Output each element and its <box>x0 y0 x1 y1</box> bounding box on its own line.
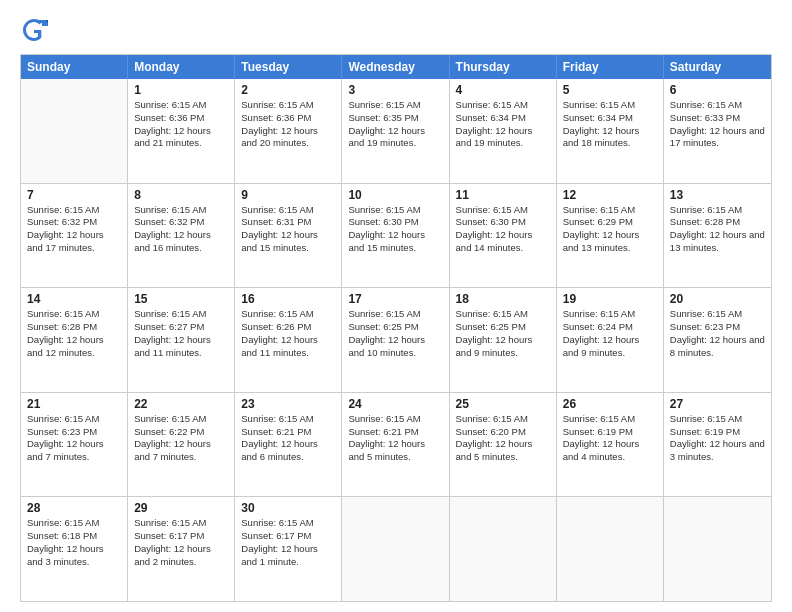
calendar-empty-cell <box>664 497 771 601</box>
calendar-day-13: 13Sunrise: 6:15 AM Sunset: 6:28 PM Dayli… <box>664 184 771 288</box>
day-number: 27 <box>670 397 765 411</box>
cell-info: Sunrise: 6:15 AM Sunset: 6:28 PM Dayligh… <box>27 308 121 359</box>
day-number: 15 <box>134 292 228 306</box>
calendar-empty-cell <box>342 497 449 601</box>
cell-info: Sunrise: 6:15 AM Sunset: 6:19 PM Dayligh… <box>670 413 765 464</box>
cell-info: Sunrise: 6:15 AM Sunset: 6:24 PM Dayligh… <box>563 308 657 359</box>
calendar-day-14: 14Sunrise: 6:15 AM Sunset: 6:28 PM Dayli… <box>21 288 128 392</box>
day-number: 23 <box>241 397 335 411</box>
day-number: 10 <box>348 188 442 202</box>
calendar-empty-cell <box>450 497 557 601</box>
day-number: 5 <box>563 83 657 97</box>
cell-info: Sunrise: 6:15 AM Sunset: 6:20 PM Dayligh… <box>456 413 550 464</box>
calendar-day-12: 12Sunrise: 6:15 AM Sunset: 6:29 PM Dayli… <box>557 184 664 288</box>
logo-icon <box>20 16 48 44</box>
calendar-day-21: 21Sunrise: 6:15 AM Sunset: 6:23 PM Dayli… <box>21 393 128 497</box>
calendar-header-friday: Friday <box>557 55 664 79</box>
calendar-week-4: 28Sunrise: 6:15 AM Sunset: 6:18 PM Dayli… <box>21 497 771 601</box>
calendar-week-1: 7Sunrise: 6:15 AM Sunset: 6:32 PM Daylig… <box>21 184 771 289</box>
calendar-day-18: 18Sunrise: 6:15 AM Sunset: 6:25 PM Dayli… <box>450 288 557 392</box>
logo <box>20 16 52 44</box>
day-number: 24 <box>348 397 442 411</box>
calendar-empty-cell <box>557 497 664 601</box>
day-number: 21 <box>27 397 121 411</box>
calendar-day-22: 22Sunrise: 6:15 AM Sunset: 6:22 PM Dayli… <box>128 393 235 497</box>
calendar-week-0: 1Sunrise: 6:15 AM Sunset: 6:36 PM Daylig… <box>21 79 771 184</box>
day-number: 30 <box>241 501 335 515</box>
calendar-day-9: 9Sunrise: 6:15 AM Sunset: 6:31 PM Daylig… <box>235 184 342 288</box>
cell-info: Sunrise: 6:15 AM Sunset: 6:34 PM Dayligh… <box>563 99 657 150</box>
day-number: 2 <box>241 83 335 97</box>
calendar-header-wednesday: Wednesday <box>342 55 449 79</box>
day-number: 11 <box>456 188 550 202</box>
calendar-day-30: 30Sunrise: 6:15 AM Sunset: 6:17 PM Dayli… <box>235 497 342 601</box>
calendar-header-tuesday: Tuesday <box>235 55 342 79</box>
day-number: 18 <box>456 292 550 306</box>
calendar-day-1: 1Sunrise: 6:15 AM Sunset: 6:36 PM Daylig… <box>128 79 235 183</box>
day-number: 12 <box>563 188 657 202</box>
day-number: 22 <box>134 397 228 411</box>
day-number: 13 <box>670 188 765 202</box>
cell-info: Sunrise: 6:15 AM Sunset: 6:32 PM Dayligh… <box>134 204 228 255</box>
day-number: 14 <box>27 292 121 306</box>
calendar-day-27: 27Sunrise: 6:15 AM Sunset: 6:19 PM Dayli… <box>664 393 771 497</box>
day-number: 26 <box>563 397 657 411</box>
cell-info: Sunrise: 6:15 AM Sunset: 6:25 PM Dayligh… <box>348 308 442 359</box>
calendar-header-row: SundayMondayTuesdayWednesdayThursdayFrid… <box>21 55 771 79</box>
day-number: 20 <box>670 292 765 306</box>
calendar-day-2: 2Sunrise: 6:15 AM Sunset: 6:36 PM Daylig… <box>235 79 342 183</box>
cell-info: Sunrise: 6:15 AM Sunset: 6:25 PM Dayligh… <box>456 308 550 359</box>
calendar-empty-cell <box>21 79 128 183</box>
day-number: 16 <box>241 292 335 306</box>
cell-info: Sunrise: 6:15 AM Sunset: 6:31 PM Dayligh… <box>241 204 335 255</box>
calendar-day-20: 20Sunrise: 6:15 AM Sunset: 6:23 PM Dayli… <box>664 288 771 392</box>
calendar-day-8: 8Sunrise: 6:15 AM Sunset: 6:32 PM Daylig… <box>128 184 235 288</box>
calendar-header-thursday: Thursday <box>450 55 557 79</box>
day-number: 9 <box>241 188 335 202</box>
cell-info: Sunrise: 6:15 AM Sunset: 6:34 PM Dayligh… <box>456 99 550 150</box>
day-number: 25 <box>456 397 550 411</box>
calendar-day-6: 6Sunrise: 6:15 AM Sunset: 6:33 PM Daylig… <box>664 79 771 183</box>
calendar-day-10: 10Sunrise: 6:15 AM Sunset: 6:30 PM Dayli… <box>342 184 449 288</box>
calendar-day-24: 24Sunrise: 6:15 AM Sunset: 6:21 PM Dayli… <box>342 393 449 497</box>
calendar-day-26: 26Sunrise: 6:15 AM Sunset: 6:19 PM Dayli… <box>557 393 664 497</box>
day-number: 3 <box>348 83 442 97</box>
cell-info: Sunrise: 6:15 AM Sunset: 6:32 PM Dayligh… <box>27 204 121 255</box>
calendar-body: 1Sunrise: 6:15 AM Sunset: 6:36 PM Daylig… <box>21 79 771 601</box>
day-number: 4 <box>456 83 550 97</box>
cell-info: Sunrise: 6:15 AM Sunset: 6:36 PM Dayligh… <box>241 99 335 150</box>
header <box>20 16 772 44</box>
calendar-header-sunday: Sunday <box>21 55 128 79</box>
calendar-header-monday: Monday <box>128 55 235 79</box>
day-number: 6 <box>670 83 765 97</box>
cell-info: Sunrise: 6:15 AM Sunset: 6:36 PM Dayligh… <box>134 99 228 150</box>
cell-info: Sunrise: 6:15 AM Sunset: 6:19 PM Dayligh… <box>563 413 657 464</box>
cell-info: Sunrise: 6:15 AM Sunset: 6:22 PM Dayligh… <box>134 413 228 464</box>
cell-info: Sunrise: 6:15 AM Sunset: 6:23 PM Dayligh… <box>670 308 765 359</box>
calendar-day-23: 23Sunrise: 6:15 AM Sunset: 6:21 PM Dayli… <box>235 393 342 497</box>
cell-info: Sunrise: 6:15 AM Sunset: 6:26 PM Dayligh… <box>241 308 335 359</box>
calendar-day-5: 5Sunrise: 6:15 AM Sunset: 6:34 PM Daylig… <box>557 79 664 183</box>
cell-info: Sunrise: 6:15 AM Sunset: 6:21 PM Dayligh… <box>348 413 442 464</box>
cell-info: Sunrise: 6:15 AM Sunset: 6:30 PM Dayligh… <box>348 204 442 255</box>
calendar-day-16: 16Sunrise: 6:15 AM Sunset: 6:26 PM Dayli… <box>235 288 342 392</box>
day-number: 8 <box>134 188 228 202</box>
calendar-week-2: 14Sunrise: 6:15 AM Sunset: 6:28 PM Dayli… <box>21 288 771 393</box>
cell-info: Sunrise: 6:15 AM Sunset: 6:21 PM Dayligh… <box>241 413 335 464</box>
calendar-header-saturday: Saturday <box>664 55 771 79</box>
cell-info: Sunrise: 6:15 AM Sunset: 6:17 PM Dayligh… <box>134 517 228 568</box>
calendar-day-7: 7Sunrise: 6:15 AM Sunset: 6:32 PM Daylig… <box>21 184 128 288</box>
calendar-day-3: 3Sunrise: 6:15 AM Sunset: 6:35 PM Daylig… <box>342 79 449 183</box>
calendar-day-29: 29Sunrise: 6:15 AM Sunset: 6:17 PM Dayli… <box>128 497 235 601</box>
calendar-day-11: 11Sunrise: 6:15 AM Sunset: 6:30 PM Dayli… <box>450 184 557 288</box>
cell-info: Sunrise: 6:15 AM Sunset: 6:35 PM Dayligh… <box>348 99 442 150</box>
calendar-day-19: 19Sunrise: 6:15 AM Sunset: 6:24 PM Dayli… <box>557 288 664 392</box>
cell-info: Sunrise: 6:15 AM Sunset: 6:27 PM Dayligh… <box>134 308 228 359</box>
page: SundayMondayTuesdayWednesdayThursdayFrid… <box>0 0 792 612</box>
calendar-day-25: 25Sunrise: 6:15 AM Sunset: 6:20 PM Dayli… <box>450 393 557 497</box>
day-number: 17 <box>348 292 442 306</box>
cell-info: Sunrise: 6:15 AM Sunset: 6:33 PM Dayligh… <box>670 99 765 150</box>
calendar-day-28: 28Sunrise: 6:15 AM Sunset: 6:18 PM Dayli… <box>21 497 128 601</box>
day-number: 28 <box>27 501 121 515</box>
day-number: 19 <box>563 292 657 306</box>
